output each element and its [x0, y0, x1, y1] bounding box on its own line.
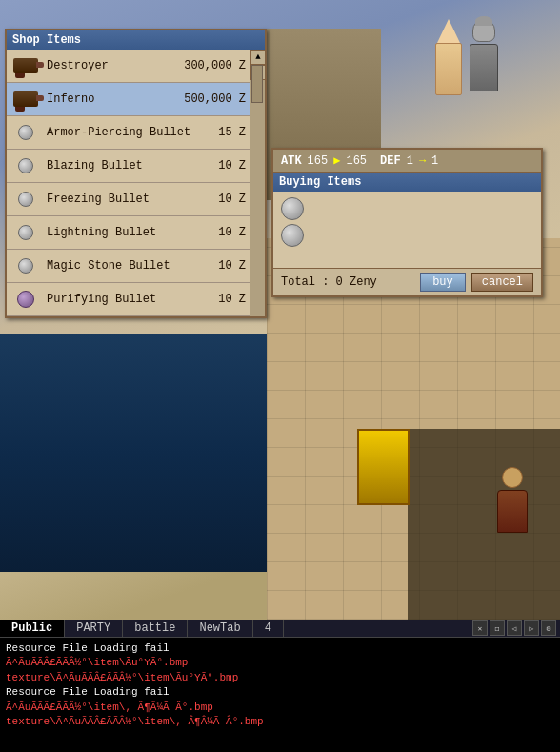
chat-icon-arrow1[interactable]: ◁	[507, 620, 522, 636]
buy-panel: ATK 165 ▶ 165 DEF 1 → 1 Buying Items Tot…	[271, 148, 543, 297]
item-price-armor-piercing-bullet: 15 Z	[218, 126, 246, 139]
item-name-lightning-bullet: Lightning Bullet	[47, 226, 218, 239]
chat-tab-public[interactable]: Public	[0, 620, 65, 637]
chat-line: texture\Ã^ÃuÃÃÂ£ÃÃÂ½°\item\Ãu°YÃ°.bmp	[6, 671, 554, 685]
buy-item-row	[277, 222, 537, 249]
chat-tab-battle[interactable]: battle	[123, 620, 188, 637]
shop-scroll-area: Destroyer300,000 ZInferno500,000 ZArmor-…	[7, 50, 265, 316]
chat-tab-party[interactable]: PARTY	[65, 620, 123, 637]
chat-icon-settings[interactable]: ⚙	[541, 620, 556, 636]
item-price-magic-stone-bullet: 10 Z	[218, 259, 246, 273]
chat-tab-4[interactable]: 4	[253, 620, 284, 637]
item-name-destroyer: Destroyer	[47, 59, 184, 72]
item-name-armor-piercing-bullet: Armor-Piercing Bullet	[47, 126, 218, 139]
shop-scrollbar[interactable]: ▲ ▼	[250, 50, 265, 316]
item-name-blazing-bullet: Blazing Bullet	[47, 159, 218, 173]
chat-line: Ã^ÃuÃÃÂ£ÃÃÂ½°\item\Ãu°YÃ°.bmp	[6, 656, 554, 670]
buy-item-icon-1	[281, 197, 304, 220]
item-name-purifying-bullet: Purifying Bullet	[47, 293, 218, 306]
chat-tabs-list: PublicPARTYbattleNewTab4	[0, 620, 284, 637]
shop-title: Shop Items	[12, 33, 81, 47]
item-icon-inferno	[12, 86, 39, 112]
buy-item-row	[277, 195, 537, 222]
brown-character	[493, 467, 531, 543]
item-icon-armor-piercing-bullet	[12, 119, 39, 146]
item-price-destroyer: 300,000 Z	[184, 59, 246, 72]
water-area	[0, 334, 267, 572]
stats-bar: ATK 165 ▶ 165 DEF 1 → 1	[273, 150, 541, 173]
buy-footer: Total : 0 Zeny buy cancel	[273, 268, 541, 295]
item-price-lightning-bullet: 10 Z	[218, 226, 246, 239]
buy-item-icon-2	[281, 224, 304, 247]
shadow-area	[408, 429, 560, 620]
knight-character	[465, 19, 503, 95]
total-text: Total : 0 Zeny	[281, 275, 377, 289]
item-price-inferno: 500,000 Z	[184, 92, 246, 106]
item-icon-blazing-bullet	[12, 152, 39, 179]
item-price-blazing-bullet: 10 Z	[218, 159, 246, 173]
chat-line: Ã^ÃuÃÃÂ£ÃÃÂ½°\item\, Â¶Â¼Ã Â°.bmp	[6, 701, 554, 715]
shop-item-armor-piercing-bullet[interactable]: Armor-Piercing Bullet15 Z	[7, 116, 265, 150]
item-icon-destroyer	[12, 52, 39, 79]
scrollbar-thumb[interactable]	[251, 65, 263, 103]
item-icon-magic-stone-bullet	[12, 253, 39, 279]
item-icon-freezing-bullet	[12, 186, 39, 213]
shop-item-inferno[interactable]: Inferno500,000 Z	[7, 83, 265, 116]
def-new: 1	[431, 154, 438, 168]
atk-label: ATK	[281, 154, 302, 168]
shop-item-freezing-bullet[interactable]: Freezing Bullet10 Z	[7, 183, 265, 216]
item-price-purifying-bullet: 10 Z	[218, 293, 246, 306]
chat-line: texture\Ã^ÃuÃÃÂ£ÃÃÂ½°\item\, Â¶Â¼Ã Â°.bm…	[6, 715, 554, 729]
item-icon-lightning-bullet	[12, 219, 39, 246]
shop-item-purifying-bullet[interactable]: Purifying Bullet10 Z	[7, 283, 265, 316]
shop-title-bar: Shop Items	[7, 30, 265, 50]
atk-current: 165	[308, 154, 329, 168]
shop-panel: Shop Items Destroyer300,000 ZInferno500,…	[5, 29, 267, 318]
chat-line: Resource File Loading fail	[6, 685, 554, 700]
buy-items-area	[273, 192, 541, 268]
mage-character	[431, 19, 465, 105]
chest-box	[357, 429, 410, 505]
chat-icon-arrow2[interactable]: ▷	[524, 620, 539, 636]
atk-new: 165	[346, 154, 367, 168]
chat-tab-newtab[interactable]: NewTab	[188, 620, 252, 637]
shop-items-list: Destroyer300,000 ZInferno500,000 ZArmor-…	[7, 50, 265, 316]
shop-item-blazing-bullet[interactable]: Blazing Bullet10 Z	[7, 150, 265, 183]
chat-icon-x[interactable]: ✕	[472, 620, 488, 636]
def-arrow: →	[419, 154, 426, 168]
chat-icon-resize[interactable]: ◻	[490, 620, 505, 636]
scrollbar-up-btn[interactable]: ▲	[250, 50, 265, 65]
item-price-freezing-bullet: 10 Z	[218, 193, 246, 206]
shop-item-lightning-bullet[interactable]: Lightning Bullet10 Z	[7, 216, 265, 250]
def-current: 1	[407, 154, 413, 168]
atk-arrow: ▶	[333, 153, 340, 168]
chat-bar: PublicPARTYbattleNewTab4 ✕ ◻ ◁ ▷ ⚙ Resou…	[0, 620, 560, 752]
chat-content: Resource File Loading failÃ^ÃuÃÃÂ£ÃÃÂ½°\…	[0, 638, 560, 733]
shop-item-magic-stone-bullet[interactable]: Magic Stone Bullet10 Z	[7, 250, 265, 283]
chat-line: Resource File Loading fail	[6, 641, 554, 656]
chat-icons-right: ✕ ◻ ◁ ▷ ⚙	[469, 620, 560, 637]
item-name-inferno: Inferno	[47, 92, 184, 106]
shop-item-destroyer[interactable]: Destroyer300,000 Z	[7, 50, 265, 83]
item-icon-purifying-bullet	[12, 286, 39, 313]
item-name-freezing-bullet: Freezing Bullet	[47, 193, 218, 206]
buy-button[interactable]: buy	[420, 273, 466, 292]
buy-panel-header: Buying Items	[273, 173, 541, 192]
item-name-magic-stone-bullet: Magic Stone Bullet	[47, 259, 218, 273]
def-label: DEF	[380, 154, 401, 168]
cancel-button[interactable]: cancel	[471, 273, 533, 292]
chat-tabs: PublicPARTYbattleNewTab4 ✕ ◻ ◁ ▷ ⚙	[0, 620, 560, 638]
